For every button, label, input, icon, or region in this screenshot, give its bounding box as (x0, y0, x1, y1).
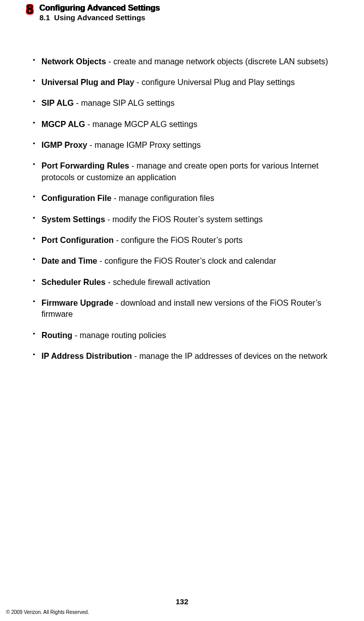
list-item: Port Configuration - configure the FiOS … (41, 234, 353, 245)
section-title-text: Using Advanced Settings (54, 13, 145, 22)
list-item: MGCP ALG - manage MGCP ALG settings (41, 118, 353, 130)
item-desc: - schedule firewall activation (106, 277, 210, 286)
item-term: Universal Plug and Play (41, 77, 134, 87)
item-term: MGCP ALG (41, 119, 85, 129)
item-desc: - configure the FiOS Router’s clock and … (97, 256, 276, 265)
chapter-title: Configuring Advanced Settings (39, 3, 160, 13)
list-item: SIP ALG - manage SIP ALG settings (41, 97, 353, 108)
item-desc: - manage the IP addresses of devices on … (132, 351, 328, 360)
list-item: Scheduler Rules - schedule firewall acti… (41, 276, 353, 287)
item-term: Configuration File (41, 193, 111, 202)
item-desc: - manage SIP ALG settings (74, 98, 174, 107)
item-desc: - manage IGMP Proxy settings (87, 140, 201, 149)
item-desc: - manage configuration files (111, 193, 214, 202)
list-item: IP Address Distribution - manage the IP … (41, 350, 353, 361)
item-term: Firmware Upgrade (41, 298, 113, 307)
item-term: IP Address Distribution (41, 351, 132, 360)
item-term: System Settings (41, 215, 105, 224)
item-term: Port Forwarding Rules (41, 161, 129, 170)
item-term: Date and Time (41, 256, 97, 265)
bullet-list: Network Objects - create and manage netw… (41, 56, 353, 362)
list-item: Universal Plug and Play - configure Univ… (41, 76, 353, 88)
section-number: 8.1 (39, 13, 50, 22)
item-term: Routing (41, 330, 72, 340)
list-item: Routing - manage routing policies (41, 329, 353, 341)
list-item: System Settings - modify the FiOS Router… (41, 214, 353, 225)
item-desc: - manage routing policies (72, 330, 166, 340)
list-item: Port Forwarding Rules - manage and creat… (41, 160, 353, 183)
list-item: IGMP Proxy - manage IGMP Proxy settings (41, 139, 353, 150)
page-header: 8 Configuring Advanced Settings 8.1 Usin… (0, 0, 364, 23)
copyright-text: © 2009 Verizon. All Rights Reserved. (6, 609, 89, 615)
section-title: 8.1 Using Advanced Settings (39, 13, 160, 23)
content-area: Network Objects - create and manage netw… (0, 23, 364, 362)
list-item: Configuration File - manage configuratio… (41, 192, 353, 203)
list-item: Firmware Upgrade - download and install … (41, 297, 353, 320)
item-term: Port Configuration (41, 235, 114, 244)
page-number: 132 (0, 597, 364, 606)
item-term: SIP ALG (41, 98, 74, 107)
item-term: Network Objects (41, 57, 106, 66)
list-item: Date and Time - configure the FiOS Route… (41, 255, 353, 266)
item-desc: - create and manage network objects (dis… (106, 57, 328, 66)
item-term: IGMP Proxy (41, 140, 87, 149)
item-desc: - manage MGCP ALG settings (85, 119, 197, 129)
item-desc: - modify the FiOS Router’s system settin… (105, 215, 263, 224)
list-item: Network Objects - create and manage netw… (41, 56, 353, 67)
chapter-number: 8 (26, 3, 33, 16)
item-desc: - configure Universal Plug and Play sett… (134, 77, 295, 87)
item-desc: - configure the FiOS Router’s ports (114, 235, 243, 244)
header-titles: Configuring Advanced Settings 8.1 Using … (39, 3, 160, 23)
item-term: Scheduler Rules (41, 277, 106, 286)
